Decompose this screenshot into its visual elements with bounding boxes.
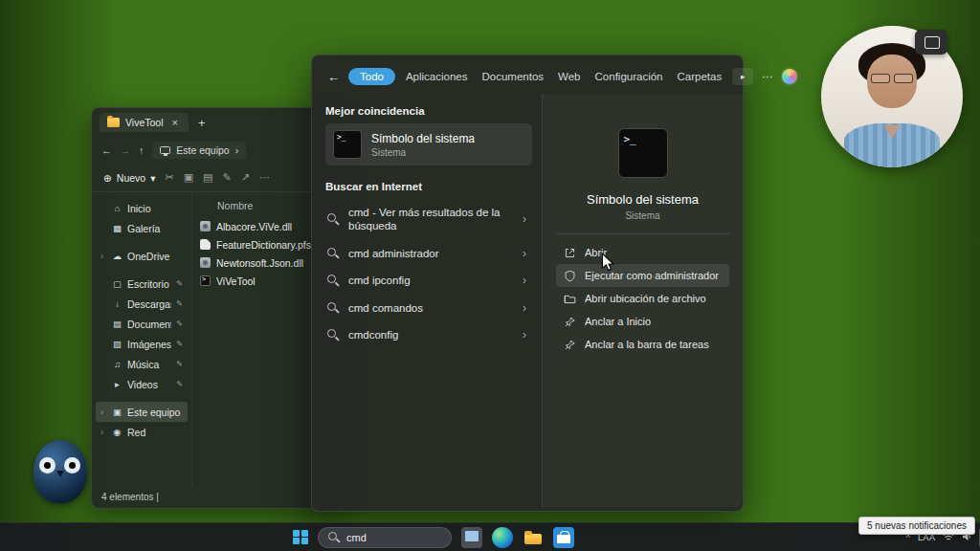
edge-icon[interactable] [492, 527, 513, 548]
sidebar-item-videos[interactable]: ▸Videos✎ [96, 374, 188, 394]
explorer-tab[interactable]: ViveTool × [100, 113, 189, 132]
search-icon [327, 213, 339, 225]
pin-icon: ✎ [176, 340, 183, 348]
web-result[interactable]: cmd comandos › [325, 295, 532, 321]
downloads-icon: ↓ [112, 298, 122, 309]
file-explorer-window: ViveTool × + ← → ↑ Este equipo › ⊕ Nuevo… [91, 107, 342, 509]
pin-icon: ✎ [176, 279, 183, 288]
web-result[interactable]: cmd ipconfig › [325, 267, 532, 294]
file-location-icon [563, 292, 576, 305]
owl-eye [39, 457, 56, 474]
app-icon-monitor[interactable] [461, 527, 482, 548]
more-filters-icon[interactable]: ▸ [732, 68, 753, 85]
share-icon[interactable]: ↗ [241, 171, 250, 184]
search-filter-tabs: ← Todo Aplicaciones Documentos Web Confi… [312, 55, 743, 94]
taskbar-search-box[interactable]: cmd [318, 527, 452, 548]
file-explorer-icon[interactable] [523, 527, 544, 548]
plus-icon: ⊕ [103, 172, 112, 184]
back-icon[interactable]: ← [101, 145, 112, 156]
paste-icon[interactable]: ▤ [203, 171, 212, 184]
music-icon: ♫ [112, 359, 122, 369]
divider [556, 233, 729, 234]
tab-close-icon[interactable]: × [169, 117, 181, 128]
app-file-icon [200, 276, 211, 286]
network-icon: ◉ [112, 427, 122, 437]
mouse-cursor [599, 253, 616, 276]
sidebar-item-red[interactable]: ›◉Red [96, 422, 188, 442]
owl-eye [64, 457, 80, 474]
preview-title: Símbolo del sistema [587, 192, 699, 207]
sidebar-item-este-equipo[interactable]: ›▣Este equipo [96, 402, 188, 422]
open-icon [563, 246, 576, 259]
camera-badge-icon [915, 30, 947, 55]
home-icon: ⌂ [112, 203, 122, 213]
chevron-right-icon[interactable]: › [523, 212, 528, 226]
breadcrumb-label: Este equipo [176, 144, 229, 156]
chevron-right-icon[interactable]: › [523, 328, 528, 342]
web-result[interactable]: cmd - Ver más resultados de la búsqueda … [325, 199, 532, 240]
best-match-subtitle: Sistema [371, 147, 475, 158]
pin-icon [563, 315, 576, 328]
tab-documentos[interactable]: Documentos [479, 68, 548, 85]
start-button[interactable] [293, 530, 308, 545]
gallery-icon: ▦ [112, 223, 122, 233]
back-icon[interactable]: ← [325, 70, 342, 84]
admin-shield-icon [563, 269, 576, 282]
forward-icon[interactable]: → [121, 145, 131, 156]
chevron-right-icon: › [100, 252, 107, 261]
search-icon [328, 532, 340, 543]
copilot-icon[interactable] [782, 69, 797, 84]
tab-aplicaciones[interactable]: Aplicaciones [402, 68, 472, 85]
sidebar-item-documentos[interactable]: ▤Documentos✎ [96, 314, 188, 334]
search-icon [327, 248, 339, 259]
notification-toast[interactable]: 5 nuevas notificaciones [858, 517, 975, 535]
sidebar-item-onedrive[interactable]: ›☁OneDrive [96, 246, 188, 266]
tab-carpetas[interactable]: Carpetas [674, 68, 726, 85]
chevron-right-icon: › [100, 408, 107, 417]
copy-icon[interactable]: ▣ [184, 171, 193, 184]
tab-todo[interactable]: Todo [348, 68, 395, 85]
sidebar-item-imagenes[interactable]: ▨Imágenes✎ [96, 334, 188, 354]
rename-icon[interactable]: ✎ [222, 171, 231, 184]
action-anclar-inicio[interactable]: Anclar a Inicio [556, 310, 729, 333]
action-abrir-ubicacion[interactable]: Abrir ubicación de archivo [556, 287, 729, 310]
web-result[interactable]: cmd administrador › [325, 240, 532, 267]
videos-icon: ▸ [112, 379, 122, 389]
dll-file-icon [200, 221, 211, 231]
cut-icon[interactable]: ✂ [165, 171, 173, 184]
action-ejecutar-como-administrador[interactable]: Ejecutar como administrador [556, 264, 729, 287]
action-abrir[interactable]: Abrir [556, 241, 729, 264]
tab-web[interactable]: Web [554, 68, 584, 85]
search-icon [327, 302, 339, 314]
sidebar-item-musica[interactable]: ♫Música✎ [96, 354, 188, 374]
chevron-right-icon[interactable]: › [523, 301, 528, 315]
this-pc-icon: ▣ [112, 407, 122, 417]
pin-icon: ✎ [176, 380, 183, 388]
best-match-result[interactable]: Símbolo del sistema Sistema [325, 123, 532, 165]
sidebar-item-descargas[interactable]: ↓Descargas✎ [96, 294, 188, 314]
search-icon [327, 329, 339, 341]
pin-icon: ✎ [176, 299, 183, 308]
search-icon [327, 275, 339, 286]
pin-taskbar-icon [563, 338, 576, 351]
tab-configuracion[interactable]: Configuración [591, 68, 667, 85]
chevron-right-icon[interactable]: › [523, 247, 528, 260]
breadcrumb[interactable]: Este equipo › [152, 142, 246, 159]
pictures-icon: ▨ [112, 339, 122, 349]
explorer-titlebar: ViveTool × + [92, 108, 341, 137]
up-icon[interactable]: ↑ [139, 145, 144, 156]
sidebar-item-galeria[interactable]: ▦Galería [96, 218, 188, 238]
best-match-title: Símbolo del sistema [371, 132, 475, 145]
sidebar-item-inicio[interactable]: ⌂Inicio [96, 198, 188, 218]
new-button[interactable]: ⊕ Nuevo ▾ [103, 172, 155, 184]
pin-icon: ✎ [176, 360, 183, 368]
web-result[interactable]: cmdconfig › [325, 321, 532, 348]
sidebar-item-escritorio[interactable]: ▢Escritorio✎ [96, 274, 188, 294]
chevron-right-icon[interactable]: › [523, 274, 528, 287]
microsoft-store-icon[interactable] [553, 527, 574, 548]
more-icon[interactable]: ⋯ [259, 171, 270, 184]
action-anclar-barra-tareas[interactable]: Anclar a la barra de tareas [556, 333, 729, 356]
new-tab-button[interactable]: + [194, 116, 210, 130]
pin-icon: ✎ [176, 320, 183, 328]
ellipsis-icon[interactable]: ⋯ [760, 70, 775, 83]
